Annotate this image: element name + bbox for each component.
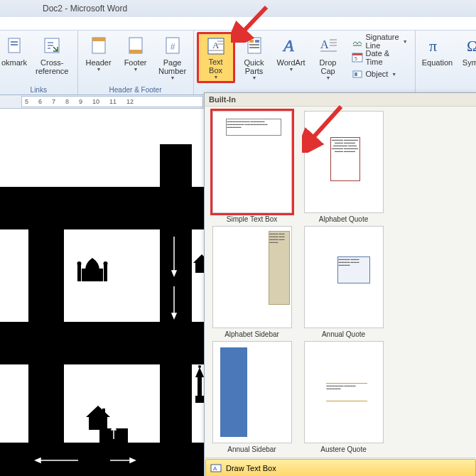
drop-cap-icon: A	[317, 34, 340, 57]
svg-marker-63	[86, 406, 110, 417]
svg-rect-1	[11, 41, 18, 43]
svg-point-60	[198, 365, 201, 368]
svg-text:A: A	[282, 36, 294, 55]
draw-text-box-menu[interactable]: A Draw Text Box	[205, 459, 476, 476]
wordart-label: WordArt	[276, 58, 305, 67]
chevron-down-icon: ▼	[171, 75, 175, 80]
gallery-footer: A Draw Text Box Save Selection to Text B…	[205, 458, 476, 476]
svg-rect-5	[92, 38, 105, 41]
signature-line-button[interactable]: Signature Line ▼	[350, 33, 409, 49]
signature-icon	[352, 36, 363, 47]
svg-rect-28	[352, 53, 362, 55]
group-header-footer: Header ▼ Footer ▼ # Page Number ▼ Header…	[78, 31, 194, 94]
page-number-button[interactable]: # Page Number ▼	[155, 32, 190, 83]
ruler-scale: 5 6 7 8 9 10 11 12	[21, 96, 203, 107]
crossref-icon	[40, 34, 63, 57]
drop-cap-button[interactable]: A Drop Cap ▼	[310, 32, 346, 83]
svg-rect-53	[104, 264, 107, 281]
gallery-label: Austere Quote	[320, 445, 366, 453]
header-icon	[87, 34, 110, 57]
svg-line-65	[239, 7, 266, 36]
text-box-button[interactable]: A Text Box ▼	[197, 32, 235, 83]
window-title: Doc2 - Microsoft Word	[43, 4, 127, 13]
crossref-button[interactable]: Cross-reference	[30, 32, 75, 83]
group-symbols: π Equation Ω Symbol	[416, 31, 476, 94]
symbol-button[interactable]: Ω Symbol	[458, 32, 476, 83]
gallery-item-annual-quote[interactable]: ▬▬▬▬ ▬▬▬ ▬▬▬▬ ▬▬▬ ▬▬▬▬ Annual Quote	[298, 225, 389, 340]
drop-cap-label: Drop Cap	[320, 58, 337, 75]
svg-rect-38	[160, 144, 192, 476]
footer-icon	[124, 34, 147, 57]
svg-marker-49	[112, 425, 116, 430]
page-number-icon: #	[161, 34, 184, 57]
gallery-label: Alphabet Sidebar	[225, 330, 279, 338]
gallery-item-alphabet-sidebar[interactable]: ▬▬▬ ▬▬ ▬▬▬ ▬▬ ▬▬▬ ▬▬ ▬▬▬ Alphabet Sideba…	[206, 225, 298, 340]
chevron-down-icon: ▼	[214, 75, 219, 80]
chevron-down-icon: ▼	[403, 39, 408, 44]
svg-rect-31	[355, 72, 357, 76]
date-time-button[interactable]: 5 Date & Time	[350, 50, 409, 65]
svg-text:#: #	[170, 42, 175, 52]
thumb-ann-s	[212, 341, 292, 443]
svg-rect-2	[11, 44, 18, 45]
header-button[interactable]: Header ▼	[81, 32, 117, 83]
group-hf-label: Header & Footer	[78, 86, 193, 94]
svg-rect-64	[102, 409, 105, 414]
object-label: Object	[366, 70, 389, 78]
text-small-column: Signature Line ▼ 5 Date & Time Object ▼	[347, 32, 412, 83]
gallery-item-austere-quote[interactable]: ▬▬▬▬▬▬ ▬▬▬▬ ▬▬▬▬▬ Austere Quote	[298, 340, 389, 455]
gallery-label: Annual Quote	[322, 330, 365, 338]
svg-point-54	[104, 261, 108, 266]
svg-line-66	[309, 107, 341, 142]
equation-button[interactable]: π Equation	[418, 32, 456, 83]
date-time-icon: 5	[352, 52, 363, 63]
svg-text:5: 5	[355, 56, 357, 61]
symbol-icon: Ω	[464, 34, 476, 57]
crossref-label: Cross-reference	[33, 58, 71, 75]
svg-rect-51	[77, 264, 81, 281]
gallery-item-annual-sidebar[interactable]: Annual Sidebar	[206, 340, 298, 455]
signature-label: Signature Line	[366, 33, 399, 50]
group-links-label: Links	[0, 86, 77, 94]
footer-button[interactable]: Footer ▼	[118, 32, 153, 83]
chevron-down-icon: ▼	[252, 75, 257, 80]
text-box-label: Text Box	[208, 58, 222, 75]
header-label: Header	[85, 58, 111, 67]
chevron-down-icon: ▼	[391, 72, 396, 77]
bookmark-button[interactable]: okmark	[0, 32, 28, 83]
symbol-label: Symbol	[463, 58, 476, 67]
draw-text-box-icon: A	[210, 463, 222, 474]
page	[0, 109, 210, 476]
svg-text:π: π	[429, 37, 437, 55]
page-number-label: Page Number	[158, 58, 186, 75]
thumb-aus-q: ▬▬▬▬▬▬ ▬▬▬▬ ▬▬▬▬▬	[304, 341, 384, 443]
draw-text-box-label: Draw Text Box	[226, 464, 276, 472]
chevron-down-icon: ▼	[326, 75, 331, 80]
bookmark-icon	[3, 34, 26, 57]
group-text: A Text Box ▼ Quick Parts ▼ A WordArt ▼	[194, 31, 416, 94]
svg-rect-58	[198, 377, 202, 397]
text-box-icon: A	[205, 36, 227, 56]
svg-text:Ω: Ω	[467, 37, 476, 55]
svg-rect-50	[82, 269, 103, 281]
object-icon	[352, 68, 363, 80]
gallery-label: Annual Sidebar	[227, 445, 276, 453]
svg-marker-59	[195, 367, 204, 377]
object-button[interactable]: Object ▼	[350, 66, 409, 82]
wordart-button[interactable]: A WordArt ▼	[274, 32, 309, 83]
gallery-label: Alphabet Quote	[319, 215, 369, 223]
gallery-item-simple[interactable]: ▬▬▬▬▬▬▬▬ ▬▬▬▬▬ ▬▬▬▬▬▬ ▬▬▬▬▬▬▬▬ ▬▬▬▬▬ Sim…	[206, 109, 298, 225]
quick-parts-label: Quick Parts	[244, 58, 264, 75]
footer-label: Footer	[124, 58, 147, 67]
svg-rect-62	[89, 417, 107, 430]
thumb-alpha-s: ▬▬▬ ▬▬ ▬▬▬ ▬▬ ▬▬▬ ▬▬ ▬▬▬	[212, 226, 292, 328]
chevron-down-icon: ▼	[289, 67, 294, 72]
equation-label: Equation	[422, 58, 453, 67]
thumb-ann-q: ▬▬▬▬ ▬▬▬ ▬▬▬▬ ▬▬▬ ▬▬▬▬	[304, 226, 384, 328]
equation-icon: π	[426, 34, 448, 57]
svg-rect-18	[249, 44, 259, 45]
bookmark-label: okmark	[1, 58, 27, 67]
svg-rect-7	[129, 50, 142, 53]
chevron-down-icon: ▼	[97, 67, 102, 72]
svg-rect-19	[249, 47, 259, 48]
